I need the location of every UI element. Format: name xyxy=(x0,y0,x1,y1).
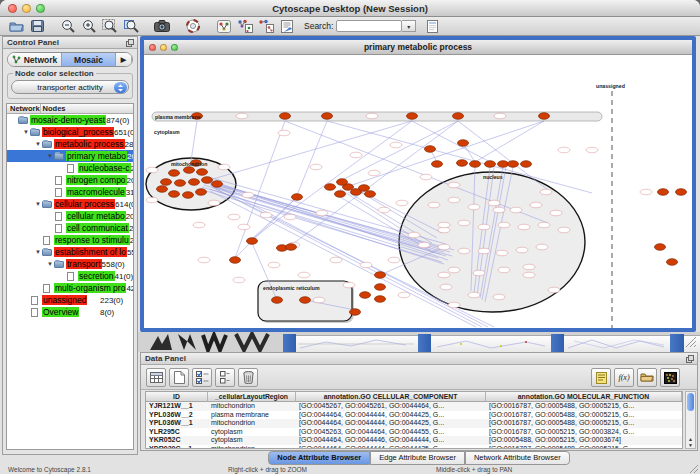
zoom-selected-icon[interactable] xyxy=(121,18,141,35)
gene-node[interactable] xyxy=(488,200,500,206)
app-resize-grip-icon[interactable] xyxy=(690,465,698,473)
selected-gene-node[interactable] xyxy=(470,161,481,168)
selected-gene-node[interactable] xyxy=(498,161,509,168)
scrollbar-arrows[interactable]: ▲▼ xyxy=(686,436,695,448)
selected-gene-node[interactable] xyxy=(286,244,297,251)
new-attribute-icon[interactable] xyxy=(169,368,189,387)
gene-node[interactable] xyxy=(408,232,420,238)
gene-node[interactable] xyxy=(218,164,230,170)
network-clone-icon[interactable] xyxy=(256,18,276,35)
gene-node[interactable] xyxy=(448,267,460,273)
tab-mosaic[interactable]: Mosaic xyxy=(62,53,116,66)
selected-gene-node[interactable] xyxy=(272,297,283,304)
background-window-edge[interactable] xyxy=(670,334,684,352)
gene-node[interactable] xyxy=(268,262,280,268)
selected-gene-node[interactable] xyxy=(539,113,550,120)
import-attributes-icon[interactable] xyxy=(637,368,657,387)
gene-node[interactable] xyxy=(550,210,562,216)
gene-node[interactable] xyxy=(518,224,530,230)
gene-node[interactable] xyxy=(390,142,402,148)
gene-node[interactable] xyxy=(418,242,430,248)
gene-node[interactable] xyxy=(228,214,240,220)
tree-row[interactable]: ▼metabolic process280(0) xyxy=(7,138,133,150)
gene-node[interactable] xyxy=(398,292,410,298)
tree-row[interactable]: ▼establishment of lo558(0) xyxy=(7,246,133,258)
gene-node[interactable] xyxy=(458,248,470,254)
selected-gene-node[interactable] xyxy=(189,179,200,186)
gene-node[interactable] xyxy=(478,248,490,254)
gene-node[interactable] xyxy=(438,272,450,278)
background-window-fragment[interactable] xyxy=(296,335,418,352)
gene-node[interactable] xyxy=(208,200,220,206)
tree-row[interactable]: mosaic-demo-yeast874(0) xyxy=(7,114,133,126)
network-edge[interactable] xyxy=(191,121,197,161)
gene-node[interactable] xyxy=(494,113,506,119)
table-row[interactable]: YJR121W__1mitochondrion[GO:0045267, GO:0… xyxy=(146,402,682,411)
network-edge[interactable] xyxy=(412,121,490,162)
gene-node[interactable] xyxy=(438,244,450,250)
background-window-edge[interactable] xyxy=(283,334,296,352)
gene-node[interactable] xyxy=(516,247,528,253)
tree-row[interactable]: macromolecule311(0) xyxy=(7,186,133,198)
scrollbar-thumb[interactable] xyxy=(687,393,694,411)
gene-node[interactable] xyxy=(368,170,380,176)
help-lifesaver-icon[interactable] xyxy=(183,18,203,35)
tree-row[interactable]: Overview8(0) xyxy=(7,306,133,318)
selected-gene-node[interactable] xyxy=(508,161,519,168)
selected-gene-node[interactable] xyxy=(247,238,258,245)
selected-gene-node[interactable] xyxy=(292,194,303,201)
gene-node[interactable] xyxy=(360,262,372,268)
table-row[interactable]: YPL036W__2plasma membrane[GO:0044464, GO… xyxy=(146,411,682,420)
selected-gene-node[interactable] xyxy=(485,161,496,168)
table-row[interactable]: YPL036W__1mitochondrion[GO:0044464, GO:0… xyxy=(146,419,682,428)
tree-row[interactable]: cellular metabo209(0) xyxy=(7,210,133,222)
unselect-attributes-icon[interactable] xyxy=(215,368,235,387)
network-edge[interactable] xyxy=(235,121,285,258)
expand-arrow-icon[interactable]: ▼ xyxy=(46,261,54,267)
tree-row[interactable]: cell communicat22(0) xyxy=(7,222,133,234)
selected-gene-node[interactable] xyxy=(667,259,678,266)
float-panel-icon[interactable] xyxy=(126,39,134,47)
tree-row[interactable]: multi-organism pro42(0) xyxy=(7,282,133,294)
gene-node[interactable] xyxy=(440,284,452,290)
gene-node[interactable] xyxy=(498,222,510,228)
gene-node[interactable] xyxy=(242,192,254,198)
selected-gene-node[interactable] xyxy=(280,113,291,120)
gene-node[interactable] xyxy=(523,272,535,278)
gene-node[interactable] xyxy=(496,250,508,256)
gene-node[interactable] xyxy=(493,294,505,300)
gene-node[interactable] xyxy=(586,147,598,153)
selected-gene-node[interactable] xyxy=(322,113,333,120)
zoom-fit-icon[interactable] xyxy=(100,18,120,35)
selected-gene-node[interactable] xyxy=(676,189,687,196)
tree-row[interactable]: ▼primary metabo209(... xyxy=(7,150,133,162)
selected-gene-node[interactable] xyxy=(202,177,213,184)
selected-gene-node[interactable] xyxy=(655,244,666,251)
gene-node[interactable] xyxy=(448,302,460,308)
selected-gene-node[interactable] xyxy=(184,167,195,174)
attribute-table-icon[interactable] xyxy=(146,368,166,387)
selected-gene-node[interactable] xyxy=(230,257,241,264)
network-edge[interactable] xyxy=(475,121,544,162)
tree-row[interactable]: nucleobase-c209(0) xyxy=(7,162,133,174)
background-window-fragment[interactable] xyxy=(431,335,551,352)
tab-overflow-arrow[interactable]: ▶ xyxy=(116,53,132,66)
selected-gene-node[interactable] xyxy=(458,140,469,147)
gene-node[interactable] xyxy=(493,207,505,213)
selected-gene-node[interactable] xyxy=(375,296,386,303)
expand-arrow-icon[interactable]: ▼ xyxy=(46,153,54,159)
float-panel-icon[interactable] xyxy=(686,355,694,363)
snapshot-camera-icon[interactable] xyxy=(152,18,172,35)
tree-row[interactable]: nitrogen compo209(0) xyxy=(7,174,133,186)
minimize-button[interactable] xyxy=(22,4,31,13)
column-header[interactable]: annotation.GO MOLECULAR_FUNCTION xyxy=(486,392,682,402)
search-dropdown-button[interactable]: ▾ xyxy=(402,20,416,32)
selected-gene-node[interactable] xyxy=(335,191,346,198)
selected-gene-node[interactable] xyxy=(212,181,223,188)
gene-node[interactable] xyxy=(198,257,210,263)
gene-node[interactable] xyxy=(536,244,548,250)
selected-gene-node[interactable] xyxy=(300,297,311,304)
gene-node[interactable] xyxy=(396,200,408,206)
gene-node[interactable] xyxy=(530,202,542,208)
gene-node[interactable] xyxy=(458,220,470,226)
